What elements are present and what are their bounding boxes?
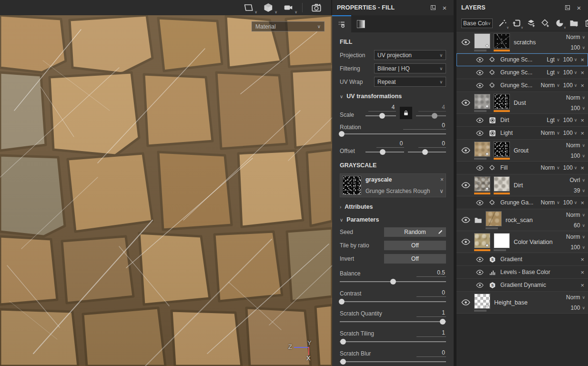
- effect-row-dirt-generator[interactable]: Dirt Lgt∨ 100∨ ×: [456, 114, 588, 127]
- remove-effect-button[interactable]: ×: [580, 117, 584, 124]
- opacity-dropdown[interactable]: 100∨: [570, 244, 585, 251]
- scale-y-slider[interactable]: [416, 112, 446, 119]
- slider-knob[interactable]: [380, 149, 385, 155]
- slider-knob[interactable]: [379, 113, 385, 119]
- effect-opacity-dropdown[interactable]: 100∨: [563, 69, 578, 76]
- layer-name[interactable]: Grout: [514, 147, 556, 154]
- layer-content-thumbnail[interactable]: [494, 33, 510, 49]
- blend-mode-dropdown[interactable]: Norm∨: [566, 212, 585, 218]
- remove-effect-button[interactable]: ×: [580, 164, 584, 172]
- offset-y-slider[interactable]: [408, 149, 446, 155]
- scratch-blur-slider[interactable]: [340, 358, 446, 365]
- effect-name[interactable]: Light: [500, 130, 541, 136]
- layer-name[interactable]: Color Variation: [514, 239, 556, 245]
- parameters-header[interactable]: ∨ Parameters: [340, 216, 446, 223]
- visibility-eye-icon[interactable]: [475, 270, 485, 275]
- dock-panel-button[interactable]: [563, 3, 572, 12]
- slider-knob[interactable]: [422, 149, 428, 155]
- scratch-quantity-value[interactable]: 1: [416, 309, 446, 317]
- contrast-value[interactable]: 0: [416, 289, 446, 297]
- opacity-dropdown[interactable]: 100∨: [570, 105, 585, 112]
- channel-filter-dropdown[interactable]: Base Color ∨: [461, 19, 493, 28]
- layer-mask-thumbnail[interactable]: [474, 233, 490, 248]
- visibility-eye-icon[interactable]: [475, 283, 485, 288]
- layer-mask-thumbnail[interactable]: [474, 33, 490, 49]
- effect-blend-dropdown[interactable]: Norm∨: [541, 82, 560, 89]
- screenshot-button[interactable]: [310, 2, 323, 13]
- visibility-eye-icon[interactable]: [475, 118, 485, 123]
- replace-layer-button[interactable]: ∨: [512, 18, 521, 29]
- effect-name[interactable]: Dirt: [500, 117, 547, 123]
- effect-blend-dropdown[interactable]: Lgt∨: [547, 56, 560, 63]
- layer-content-thumbnail[interactable]: [474, 294, 490, 309]
- slider-knob[interactable]: [432, 113, 437, 119]
- group-thumbnail[interactable]: [486, 211, 502, 226]
- close-panel-button[interactable]: ×: [575, 3, 583, 12]
- visibility-eye-icon[interactable]: [460, 217, 471, 223]
- layer-row-rock-scan[interactable]: rock_scan Norm∨ 60∨: [456, 209, 588, 231]
- layer-content-thumbnail[interactable]: [494, 94, 510, 109]
- mesh-display-mode-button[interactable]: ∨: [262, 2, 274, 13]
- offset-y-value[interactable]: 0: [418, 140, 446, 148]
- layer-name[interactable]: Height_base: [494, 299, 556, 306]
- visibility-eye-icon[interactable]: [475, 131, 485, 136]
- visibility-eye-icon[interactable]: [460, 299, 471, 305]
- visibility-eye-icon[interactable]: [475, 200, 485, 205]
- remove-effect-button[interactable]: ×: [580, 256, 584, 263]
- tile-by-ratio-toggle[interactable]: Off: [384, 241, 446, 250]
- effect-row-grunge-1[interactable]: Grunge Sc... Lgt∨ 100∨ ×: [456, 53, 588, 66]
- add-group-button[interactable]: [569, 18, 578, 29]
- slider-knob[interactable]: [340, 339, 346, 345]
- visibility-eye-icon[interactable]: [475, 83, 485, 88]
- grayscale-resource-card[interactable]: grayscale × Grunge Scratches Rough ∨: [340, 173, 446, 197]
- clear-resource-button[interactable]: ×: [440, 176, 444, 183]
- visibility-eye-icon[interactable]: [460, 39, 471, 45]
- layer-row-grout[interactable]: Grout Norm∨ 100∨: [456, 140, 588, 162]
- effect-opacity-dropdown[interactable]: 100∨: [563, 199, 578, 206]
- blend-mode-dropdown[interactable]: Ovrl∨: [569, 177, 585, 183]
- remove-effect-button[interactable]: ×: [580, 269, 584, 276]
- layer-content-thumbnail[interactable]: [494, 142, 510, 157]
- balance-slider[interactable]: [340, 278, 446, 285]
- balance-value[interactable]: 0.5: [416, 269, 446, 277]
- layer-row-scratchs[interactable]: scratchs Norm∨ 100∨: [456, 31, 588, 53]
- grayscale-resource-thumbnail[interactable]: [342, 176, 361, 195]
- layer-name[interactable]: rock_scan: [506, 217, 556, 224]
- effect-opacity-dropdown[interactable]: 100∨: [563, 56, 578, 63]
- scratch-quantity-slider[interactable]: [340, 318, 446, 325]
- opacity-dropdown[interactable]: 100∨: [570, 305, 585, 311]
- effect-blend-dropdown[interactable]: Norm∨: [541, 164, 560, 171]
- slider-knob[interactable]: [390, 279, 396, 285]
- slider-knob[interactable]: [339, 299, 345, 305]
- effect-name[interactable]: Gradient: [500, 256, 580, 263]
- effect-opacity-dropdown[interactable]: 100∨: [563, 117, 578, 123]
- offset-x-value[interactable]: 0: [376, 140, 404, 148]
- add-effect-button[interactable]: ∨: [498, 18, 507, 29]
- effect-row-gradient-dynamic[interactable]: S Gradient Dynamic ×: [456, 279, 588, 292]
- effect-name[interactable]: Grunge Sc...: [500, 82, 541, 89]
- layer-row-height-base[interactable]: Height_base Norm∨ 100∨: [456, 292, 588, 314]
- opacity-dropdown[interactable]: 60∨: [574, 222, 585, 229]
- remove-effect-button[interactable]: ×: [580, 82, 584, 89]
- attributes-header[interactable]: › Attributes: [340, 203, 446, 210]
- effect-row-fill[interactable]: Fill Norm∨ 100∨ ×: [456, 162, 588, 174]
- seed-random-button[interactable]: Random: [384, 227, 446, 237]
- visibility-eye-icon[interactable]: [460, 147, 471, 153]
- offset-x-slider[interactable]: [365, 149, 404, 155]
- add-layer-button[interactable]: [527, 18, 536, 29]
- scale-x-slider[interactable]: [365, 112, 396, 119]
- viewport-material-dropdown[interactable]: Material ∨: [252, 21, 324, 31]
- opacity-dropdown[interactable]: 100∨: [570, 152, 585, 159]
- effect-name[interactable]: Grunge Sc...: [500, 69, 547, 76]
- visibility-eye-icon[interactable]: [475, 257, 485, 262]
- effect-name[interactable]: Gradient Dynamic: [500, 282, 580, 288]
- layer-content-thumbnail[interactable]: [494, 233, 510, 248]
- close-panel-button[interactable]: ×: [440, 3, 449, 12]
- scale-y-value[interactable]: 4: [418, 104, 446, 112]
- camera-view-button[interactable]: ∨: [282, 2, 294, 13]
- effect-row-gradient[interactable]: S Gradient ×: [456, 253, 588, 266]
- effect-row-grunge-2[interactable]: Grunge Sc... Lgt∨ 100∨ ×: [456, 66, 588, 79]
- layer-content-thumbnail[interactable]: [494, 176, 510, 192]
- visibility-eye-icon[interactable]: [475, 70, 485, 75]
- rotation-slider[interactable]: [340, 131, 446, 137]
